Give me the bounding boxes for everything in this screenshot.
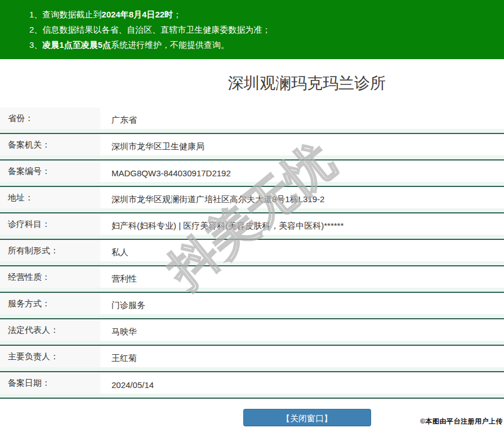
- notice-text: 系统进行维护，不能提供查询。: [111, 40, 229, 50]
- table-row-principal: 主要负责人： 王红菊: [0, 346, 504, 372]
- notice-number: 3、: [29, 40, 42, 50]
- close-window-button[interactable]: 【关闭窗口】: [243, 409, 371, 426]
- row-label: 诊疗科目：: [0, 213, 100, 235]
- row-value: 门诊服务: [100, 293, 504, 318]
- table-row-operation-nature: 经营性质： 营利性: [0, 266, 504, 293]
- table-row-departments: 诊疗科目： 妇产科(妇科专业) | 医疗美容科(美容皮肤科，美容中医科)****…: [0, 213, 504, 240]
- table-row-ownership: 所有制形式： 私人: [0, 240, 504, 266]
- main-content: 深圳观澜玛克玛兰诊所 省份： 广东省 备案机关： 深圳市龙华区卫生健康局 备案编…: [0, 59, 504, 426]
- notice-text-bold: 2024年8月4日22时: [101, 10, 173, 19]
- notice-text: ；: [173, 10, 181, 19]
- row-label: 经营性质：: [0, 266, 100, 288]
- notice-text-bold: 凌晨1点至凌晨5点: [42, 40, 111, 50]
- info-table: 省份： 广东省 备案机关： 深圳市龙华区卫生健康局 备案编号： MADG8QW3…: [0, 108, 504, 399]
- table-row-address: 地址： 深圳市龙华区观澜街道广培社区高尔夫大道8号1栋L319-2: [0, 187, 504, 213]
- row-value: 深圳市龙华区卫生健康局: [100, 134, 504, 159]
- notice-banner: 1、查询数据截止到2024年8月4日22时； 2、信息数据结果以各省、自治区、直…: [0, 0, 504, 59]
- notice-number: 1、: [29, 10, 42, 19]
- row-value: 2024/05/14: [100, 372, 504, 398]
- row-value: 马映华: [100, 319, 504, 345]
- table-row-filing-number: 备案编号： MADG8QW3-844030917D2192: [0, 160, 504, 187]
- table-row-legal-representative: 法定代表人： 马映华: [0, 319, 504, 346]
- upload-source-note: ©本图由平台注册用户上传: [420, 417, 503, 426]
- row-label: 法定代表人：: [0, 319, 100, 341]
- row-label: 服务方式：: [0, 293, 100, 314]
- row-value: 深圳市龙华区观澜街道广培社区高尔夫大道8号1栋L319-2: [100, 187, 504, 212]
- row-label: 备案日期：: [0, 372, 100, 394]
- table-row-service-mode: 服务方式： 门诊服务: [0, 293, 504, 319]
- row-label: 地址：: [0, 187, 100, 208]
- table-row-province: 省份： 广东省: [0, 108, 504, 134]
- notice-line-1: 1、查询数据截止到2024年8月4日22时；: [0, 7, 504, 22]
- notice-number: 2、: [29, 25, 42, 34]
- notice-text: 信息数据结果以各省、自治区、直辖市卫生健康委数据为准；: [42, 25, 270, 34]
- row-value: 王红菊: [100, 346, 504, 371]
- table-row-filing-authority: 备案机关： 深圳市龙华区卫生健康局: [0, 134, 504, 160]
- row-label: 主要负责人：: [0, 346, 100, 367]
- row-label: 所有制形式：: [0, 240, 100, 261]
- row-value: 营利性: [100, 266, 504, 292]
- row-value: MADG8QW3-844030917D2192: [100, 160, 504, 186]
- row-label: 省份：: [0, 108, 100, 129]
- page-title: 深圳观澜玛克玛兰诊所: [0, 59, 504, 108]
- table-row-filing-date: 备案日期： 2024/05/14: [0, 372, 504, 399]
- row-value: 私人: [100, 240, 504, 265]
- row-value: 妇产科(妇科专业) | 医疗美容科(美容皮肤科，美容中医科)******: [100, 213, 504, 239]
- row-value: 广东省: [100, 108, 504, 133]
- notice-line-3: 3、凌晨1点至凌晨5点系统进行维护，不能提供查询。: [0, 37, 504, 52]
- notice-line-2: 2、信息数据结果以各省、自治区、直辖市卫生健康委数据为准；: [0, 22, 504, 37]
- row-label: 备案编号：: [0, 160, 100, 182]
- row-label: 备案机关：: [0, 134, 100, 155]
- notice-text: 查询数据截止到: [42, 10, 101, 19]
